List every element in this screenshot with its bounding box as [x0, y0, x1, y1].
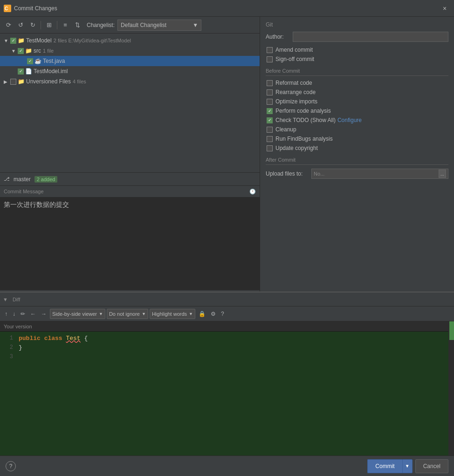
help-diff-btn[interactable]: ? — [219, 309, 226, 319]
tree-item-testmodel[interactable]: ▼ ✓ 📁 TestModel 2 files E:\MyGit\idea-gi… — [0, 35, 260, 46]
viewer-value: Side-by-side viewer — [52, 311, 97, 317]
brace-open: { — [84, 335, 88, 342]
tree-item-test-java[interactable]: ▶ ✓ ☕ Test.java — [0, 56, 260, 66]
history-icon[interactable]: 🕐 — [249, 189, 256, 195]
findbugs-label: Run FindBugs analysis — [275, 136, 333, 142]
added-badge: 2 added — [34, 176, 58, 183]
checkbox-perform[interactable]: ✓ — [267, 108, 273, 114]
tree-item-unversioned[interactable]: ▶ 📁 Unversioned Files 4 files — [0, 76, 260, 87]
configure-link[interactable]: Configure — [337, 117, 362, 123]
line-num-2: 2 — [0, 344, 17, 351]
lock-btn[interactable]: 🔒 — [197, 309, 207, 319]
edit-btn[interactable]: ✏ — [19, 309, 27, 319]
viewer-dropdown[interactable]: Side-by-side viewer ▼ — [50, 309, 105, 319]
group-button[interactable]: ⊞ — [43, 20, 55, 31]
checkbox-row-cleanup: Cleanup — [266, 126, 448, 133]
checkbox-rearrange[interactable] — [267, 89, 273, 95]
checkbox-amend[interactable] — [267, 47, 273, 53]
diff-toolbar: ↑ ↓ ✏ ← → Side-by-side viewer ▼ Do not i… — [0, 306, 454, 321]
checkbox-copyright[interactable] — [267, 145, 273, 151]
left-panel: ⟳ ↺ ↻ ⊞ ≡ ⇅ Changelist: Default Changeli… — [0, 17, 260, 292]
cancel-button[interactable]: Cancel — [415, 459, 448, 473]
checkbox-row-check-todo: ✓ Check TODO (Show All) Configure — [266, 117, 448, 123]
checkbox-row-perform: ✓ Perform code analysis — [266, 108, 448, 114]
diff-your-version-panel: Your version 1 public class Test { — [0, 321, 448, 456]
line-num-3: 3 — [0, 354, 17, 360]
next-diff-btn[interactable]: ↓ — [11, 309, 17, 319]
top-section: ⟳ ↺ ↻ ⊞ ≡ ⇅ Changelist: Default Changeli… — [0, 17, 454, 292]
changelist-value: Default Changelist — [121, 22, 166, 28]
scrollbar-indicator-green — [449, 321, 454, 340]
undo-button[interactable]: ↺ — [15, 20, 26, 31]
checkbox-cleanup[interactable] — [267, 127, 273, 133]
rearrange-label: Rearrange code — [275, 89, 316, 95]
author-input[interactable] — [293, 32, 448, 42]
checkbox-testmodel[interactable]: ✓ — [10, 38, 16, 44]
check-todo-label: Check TODO (Show All) — [275, 117, 336, 123]
diff-content: Your version 1 public class Test { — [0, 321, 454, 456]
right-panel: Git Author: Amend commit Sign-off commit… — [260, 17, 454, 292]
file-tree: ▼ ✓ 📁 TestModel 2 files E:\MyGit\idea-gi… — [0, 34, 260, 172]
prev-diff-btn[interactable]: ↑ — [3, 309, 9, 319]
perform-label: Perform code analysis — [275, 108, 331, 114]
code-line-1: 1 public class Test { — [0, 333, 448, 343]
checkbox-findbugs[interactable] — [267, 136, 273, 142]
upload-browse-btn[interactable]: ... — [439, 170, 446, 178]
tree-item-src[interactable]: ▼ ✓ 📁 src 1 file — [0, 46, 260, 56]
checkbox-optimize[interactable] — [267, 99, 273, 105]
diff-header: ▼ Diff — [0, 292, 454, 306]
git-section-title: Git — [266, 21, 448, 28]
ignore-dropdown-arrow: ▼ — [142, 312, 146, 316]
refresh-button[interactable]: ⟳ — [3, 20, 14, 31]
tree-item-testmodel-iml[interactable]: ▶ ✓ 📄 TestModel.iml — [0, 66, 260, 76]
ignore-dropdown[interactable]: Do not ignore ▼ — [107, 309, 148, 319]
changelist-label: Changelist: — [87, 22, 115, 28]
folder-icon-src: 📁 — [25, 48, 32, 54]
optimize-label: Optimize imports — [275, 98, 317, 105]
close-button[interactable]: × — [439, 3, 450, 14]
changelist-dropdown[interactable]: Default Changelist ▼ — [117, 20, 201, 31]
commit-dropdown-button[interactable]: ▼ — [402, 459, 413, 473]
help-button[interactable]: ? — [6, 461, 16, 471]
checkbox-row-optimize: Optimize imports — [266, 98, 448, 105]
expand-arrow-testmodel: ▼ — [4, 38, 9, 43]
diff-collapse-arrow[interactable]: ▼ — [3, 297, 8, 302]
changelist-arrow-icon: ▼ — [193, 22, 198, 28]
version-label: Your version — [0, 321, 448, 332]
highlight-dropdown[interactable]: Highlight words ▼ — [150, 309, 195, 319]
forward-btn[interactable]: → — [39, 309, 48, 319]
amend-label: Amend commit — [275, 47, 313, 53]
cleanup-label: Cleanup — [275, 126, 296, 133]
separator-1 — [41, 21, 41, 29]
class-name: Test — [66, 335, 80, 342]
back-btn[interactable]: ← — [28, 309, 38, 319]
checkbox-row-reformat: Reformat code — [266, 80, 448, 86]
svg-text:C: C — [5, 6, 8, 11]
checkbox-check-todo[interactable]: ✓ — [267, 117, 273, 123]
redo-button[interactable]: ↻ — [27, 20, 38, 31]
settings-btn[interactable]: ⚙ — [209, 309, 218, 319]
checkbox-test-java[interactable]: ✓ — [27, 58, 33, 64]
separator-2 — [57, 21, 57, 29]
commit-message-input[interactable]: 第一次进行数据的提交 — [0, 197, 260, 290]
expand-arrow-src: ▼ — [11, 48, 17, 54]
upload-value: No... — [314, 171, 324, 177]
tree-label-testmodel: TestModel — [26, 37, 52, 44]
upload-row: Upload files to: No... ... — [266, 169, 448, 179]
highlight-value: Highlight words — [152, 311, 187, 317]
branch-name: master — [14, 176, 31, 183]
checkbox-src[interactable]: ✓ — [18, 48, 24, 54]
checkbox-unversioned[interactable] — [10, 79, 16, 85]
code-area: 1 public class Test { 2 — [0, 332, 448, 456]
checkbox-reformat[interactable] — [267, 80, 273, 86]
commit-message-area: Commit Message 🕐 第一次进行数据的提交 — [0, 185, 260, 292]
diff-title: Diff — [13, 297, 20, 302]
bottom-right: Commit ▼ Cancel — [367, 459, 448, 473]
collapse-button[interactable]: ≡ — [60, 20, 71, 31]
title-bar: C Commit Changes × — [0, 0, 454, 17]
commit-message-header: Commit Message 🕐 — [0, 186, 260, 197]
expand-button[interactable]: ⇅ — [72, 20, 83, 31]
checkbox-testmodel-iml[interactable]: ✓ — [18, 68, 24, 75]
commit-button[interactable]: Commit — [367, 459, 402, 473]
checkbox-signoff[interactable] — [267, 56, 273, 62]
